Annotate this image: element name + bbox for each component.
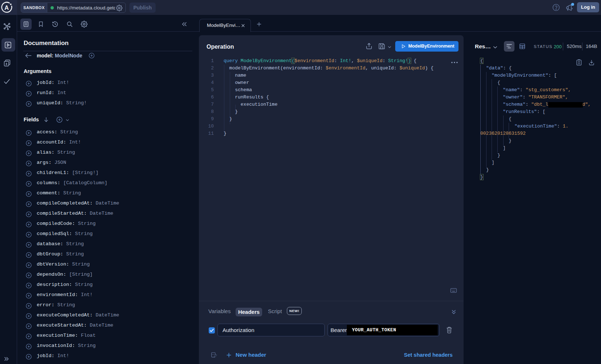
svg-text:A: A [4,4,9,11]
